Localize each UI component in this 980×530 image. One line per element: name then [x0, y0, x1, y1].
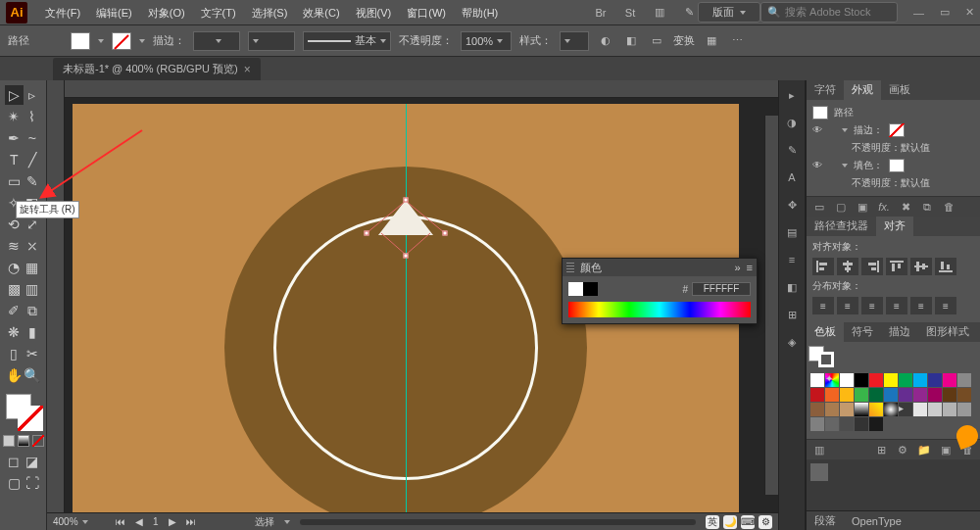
distribute-right[interactable]: ≡	[935, 297, 956, 314]
stroke-opacity-label[interactable]: 不透明度：默认值	[852, 141, 930, 155]
anchor-point[interactable]	[404, 254, 409, 259]
fill-swatch[interactable]	[71, 32, 90, 50]
color-panel-floating[interactable]: 颜色 » ≡ # FFFFFF	[562, 258, 758, 324]
recolor-icon[interactable]: ◐	[597, 32, 614, 50]
clear-icon[interactable]: ✖	[897, 200, 914, 214]
tab-appearance[interactable]: 外观	[844, 80, 881, 100]
swatch-options[interactable]: ⚙	[894, 443, 911, 457]
distribute-left[interactable]: ≡	[886, 297, 907, 314]
artboard-tool[interactable]: ▯	[5, 344, 24, 363]
swatch[interactable]	[899, 373, 912, 387]
arrange-icon[interactable]: ▥	[651, 6, 668, 19]
window-close[interactable]: ✕	[965, 6, 974, 19]
stroke-swatch[interactable]	[112, 32, 131, 50]
swatch[interactable]	[884, 373, 898, 387]
swatch[interactable]	[869, 417, 883, 431]
tab-opentype[interactable]: OpenType	[844, 513, 909, 529]
workspace-switcher[interactable]: 版面	[698, 2, 760, 23]
panel-grip[interactable]	[566, 263, 574, 272]
swatch[interactable]	[928, 388, 942, 402]
new-swatch[interactable]: ▣	[937, 443, 955, 457]
dock-swatches-icon[interactable]: ⊞	[783, 306, 801, 323]
swatch-gradient[interactable]	[884, 403, 898, 416]
distribute-vcenter[interactable]: ≡	[837, 297, 858, 314]
swatch[interactable]	[840, 403, 854, 416]
align-icon[interactable]: ◧	[622, 32, 640, 50]
pen-tool[interactable]: ✒	[5, 128, 24, 148]
magic-wand-tool[interactable]: ✴	[5, 107, 24, 126]
chevron-right-icon[interactable]	[284, 520, 290, 524]
chevron-down-icon[interactable]	[842, 164, 848, 168]
tab-align[interactable]: 对齐	[876, 217, 913, 236]
fill-row-label[interactable]: 填色：	[854, 159, 883, 172]
swatch[interactable]	[825, 388, 839, 402]
swatch[interactable]	[928, 373, 942, 387]
fill-opacity-label[interactable]: 不透明度：默认值	[852, 176, 930, 190]
zoom-tool[interactable]: 🔍	[24, 365, 42, 385]
anchor-point[interactable]	[443, 231, 448, 236]
menu-effect[interactable]: 效果(C)	[295, 0, 347, 25]
swatch[interactable]	[840, 417, 854, 431]
menu-type[interactable]: 文字(T)	[193, 0, 244, 25]
swatch[interactable]	[840, 388, 854, 402]
direct-selection-tool[interactable]: ▹	[24, 85, 42, 105]
dock-color-icon[interactable]: ◑	[783, 114, 801, 131]
blend-tool[interactable]: ⧉	[24, 301, 42, 320]
swatch[interactable]	[913, 403, 927, 416]
fx-button[interactable]: fx.	[875, 200, 893, 214]
dock-type-icon[interactable]: A	[783, 169, 801, 186]
swatch[interactable]	[957, 403, 971, 416]
chevron-down-icon[interactable]	[842, 128, 848, 132]
swatch[interactable]	[855, 388, 868, 402]
anchor-point[interactable]	[404, 198, 409, 203]
swatch[interactable]	[943, 373, 956, 387]
chevron-down-icon[interactable]	[98, 39, 104, 43]
stroke-row-swatch[interactable]	[889, 123, 905, 137]
menu-window[interactable]: 窗口(W)	[399, 0, 454, 25]
none-mode[interactable]	[32, 435, 44, 447]
stock-icon[interactable]: St	[621, 7, 639, 19]
vertical-scrollbar[interactable]	[764, 116, 778, 495]
hand-tool[interactable]: ✋	[5, 365, 24, 385]
swatch[interactable]	[913, 373, 927, 387]
window-minimize[interactable]: —	[913, 7, 924, 19]
stroke-row-label[interactable]: 描边：	[854, 123, 883, 137]
swatch[interactable]	[928, 403, 942, 416]
variable-width-profile[interactable]	[248, 31, 295, 51]
distribute-hcenter[interactable]: ≡	[910, 297, 932, 314]
dock-layers-icon[interactable]: ▤	[783, 223, 801, 241]
close-icon[interactable]: ×	[244, 63, 251, 76]
gradient-tool[interactable]: ▥	[24, 279, 42, 299]
menu-edit[interactable]: 编辑(E)	[88, 0, 140, 25]
graphic-style[interactable]	[560, 31, 589, 51]
document-tab[interactable]: 未标题-1* @ 400% (RGB/GPU 预览) ×	[53, 58, 261, 80]
swatch[interactable]	[825, 403, 839, 416]
symbol-sprayer-tool[interactable]: ❋	[5, 322, 24, 342]
search-stock-field[interactable]: 🔍 搜索 Adobe Stock	[760, 2, 898, 23]
dock-libraries-icon[interactable]: ◈	[783, 333, 801, 351]
dock-brush-icon[interactable]: ✎	[783, 141, 801, 159]
panel-collapse-icon[interactable]: »	[734, 262, 740, 273]
swatch[interactable]	[943, 388, 956, 402]
swatch[interactable]	[810, 417, 824, 431]
artboard-nav-first[interactable]: ⏮	[116, 516, 125, 527]
swatch[interactable]	[855, 373, 868, 387]
tab-graphic-styles[interactable]: 图形样式	[918, 322, 977, 342]
align-hcenter[interactable]	[837, 258, 858, 275]
swatch[interactable]	[855, 417, 868, 431]
distribute-bottom[interactable]: ≡	[861, 297, 883, 314]
anchor-point[interactable]	[365, 231, 369, 236]
selection-tool[interactable]: ▷	[5, 85, 24, 105]
swatch[interactable]	[810, 403, 824, 416]
lasso-tool[interactable]: ⌇	[24, 107, 42, 126]
swatch[interactable]	[943, 403, 956, 416]
tab-artboards[interactable]: 画板	[881, 80, 918, 100]
swatch[interactable]	[957, 388, 971, 402]
swatch[interactable]	[957, 373, 971, 387]
swatch-stroke-proxy[interactable]	[818, 352, 834, 367]
dock-align-icon[interactable]: ≡	[783, 251, 801, 268]
artboard-nav-next[interactable]: ▶	[169, 516, 176, 527]
chevron-down-icon[interactable]	[139, 39, 145, 43]
visibility-toggle[interactable]: 👁	[812, 160, 824, 171]
swatch[interactable]	[913, 388, 927, 402]
